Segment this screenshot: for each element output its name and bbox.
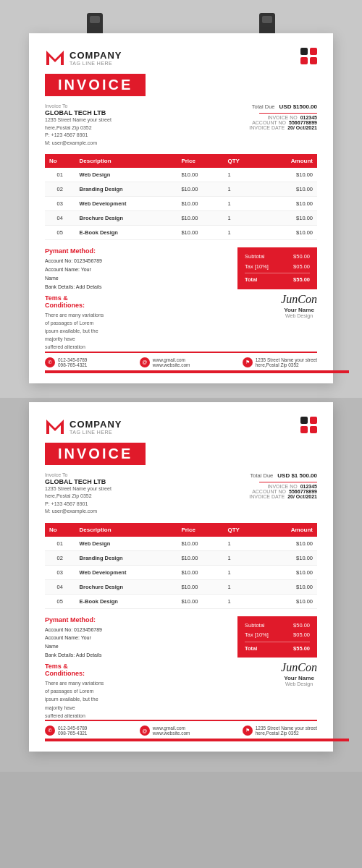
table-cell: $10.00 xyxy=(177,594,223,608)
header-decoration-2 xyxy=(300,417,317,433)
footer-phone-1: ✆ 012-345-6789 098-765-4321 xyxy=(45,357,87,367)
footer-address1-1: 1235 Street Name your street xyxy=(256,357,317,362)
footer-address-2: ⚑ 1235 Street Name your street here,Post… xyxy=(243,726,317,736)
total-value-1: $55.00 xyxy=(293,275,310,285)
company-name-2: COMPANY xyxy=(70,419,122,430)
total-value-2: $55.00 xyxy=(293,644,310,654)
table-cell: $10.00 xyxy=(261,226,317,240)
signer-name-1: Your Name xyxy=(281,307,317,313)
footer-bar-2: ✆ 012-345-6789 098-765-4321 @ www.gmail.… xyxy=(45,720,317,739)
table-cell: 1 xyxy=(223,168,261,182)
table-cell: $10.00 xyxy=(261,565,317,579)
table-cell: $10.00 xyxy=(261,211,317,226)
table-cell: $10.00 xyxy=(261,537,317,551)
invoice-date-label-2: INVOICE DATE xyxy=(249,494,285,499)
invoice-title-text-1: INVOICE xyxy=(58,77,132,93)
table-row: 01Web Design$10.001$10.00 xyxy=(45,537,317,551)
tax-row-2: Tax [10%] $05.00 xyxy=(245,630,310,640)
total-label-2: Total xyxy=(245,644,257,654)
table-header-row-1: No Description Price QTY Amount xyxy=(45,154,317,168)
phone-icon-1: ✆ xyxy=(45,357,55,367)
table-cell: $10.00 xyxy=(177,197,223,211)
invoice-no-value-1: 012345 xyxy=(300,115,317,120)
table-cell: 03 xyxy=(45,565,75,579)
footer-phone2-1: 098-765-4321 xyxy=(58,362,87,367)
invoice-no-label-1: INVOICE NO xyxy=(267,115,297,120)
terms-title-2: Tems & Conditiones: xyxy=(45,663,105,677)
email-icon-1: @ xyxy=(140,357,150,367)
total-row-1: Total $55.00 xyxy=(245,273,310,285)
subtotal-row-1: Subtotal $50.00 xyxy=(245,252,310,262)
col-header-price-1: Price xyxy=(177,154,223,168)
invoice-no-label-2: INVOICE NO xyxy=(267,484,297,489)
email-icon-2: @ xyxy=(140,726,150,736)
deco-sq-red-1 xyxy=(310,48,317,55)
account-no-value-1: 5566778899 xyxy=(289,120,317,125)
tax-value-2: $05.00 xyxy=(293,630,310,640)
deco-sq-red-3 xyxy=(310,57,317,64)
payment-account-no-1: Account No: 0123456789 xyxy=(45,257,105,265)
footer-bar-1: ✆ 012-345-6789 098-765-4321 @ www.gmail.… xyxy=(45,352,317,370)
deco-sq-black-1 xyxy=(300,48,308,55)
location-icon-2: ⚑ xyxy=(243,726,253,736)
account-no-label-1: ACCOUNT NO xyxy=(252,120,286,125)
right-bottom-2: Subtotal $50.00 Tax [10%] $05.00 Total $… xyxy=(237,616,317,687)
summary-box-2: Subtotal $50.00 Tax [10%] $05.00 Total $… xyxy=(237,616,317,658)
meta-row-invoice-no-1: INVOICE NO 012345 xyxy=(249,115,317,120)
payment-account-name-1: Account Name: Your Name xyxy=(45,265,105,283)
col-header-no-1: No xyxy=(45,154,75,168)
phone-icon-2: ✆ xyxy=(45,726,55,736)
footer-phone-texts-2: 012-345-6789 098-765-4321 xyxy=(58,726,87,736)
client-address-2: 1235 Street Name your streethere,Postal … xyxy=(45,485,111,501)
table-cell: 1 xyxy=(223,594,261,608)
table-cell: 1 xyxy=(223,211,261,226)
invoice-to-1: Invoice To GLOBAL TECH LTB 1235 Street N… xyxy=(45,103,111,147)
payment-section-2: Pymant Method: Account No: 0123456789 Ac… xyxy=(45,616,105,660)
footer-email-2: @ www.gmail.com www.website.com xyxy=(140,726,190,736)
total-label-1: Total xyxy=(245,275,257,285)
invoice-section-2: COMPANY TAG LINE HERE INVOICE Invoice To xyxy=(0,398,362,773)
red-accent-bar-1 xyxy=(45,370,349,373)
deco-sq-black-2 xyxy=(300,417,308,424)
table-cell: 1 xyxy=(223,226,261,240)
table-cell: $10.00 xyxy=(177,537,223,551)
clip-area-1 xyxy=(0,13,362,33)
table-cell: $10.00 xyxy=(177,579,223,594)
table-cell: $10.00 xyxy=(177,182,223,197)
left-bottom-2: Pymant Method: Account No: 0123456789 Ac… xyxy=(45,616,154,720)
footer-address1-2: 1235 Street Name your street xyxy=(256,726,317,731)
table-cell: $10.00 xyxy=(261,579,317,594)
table-row: 03Web Development$10.001$10.00 xyxy=(45,197,317,211)
deco-sq-red-5 xyxy=(300,426,308,433)
col-header-price-2: Price xyxy=(177,523,223,537)
table-cell: 03 xyxy=(45,197,75,211)
meta-row-invoice-date-2: INVOICE DATE 20/ Oct/2021 xyxy=(249,494,317,499)
table-cell: Brochure Design xyxy=(75,211,177,226)
logo-area-2: COMPANY TAG LINE HERE xyxy=(45,417,122,437)
subtotal-label-2: Subtotal xyxy=(245,621,265,631)
total-due-value-1: USD $1500.00 xyxy=(279,103,317,110)
invoice-date-value-2: 20/ Oct/2021 xyxy=(287,494,317,499)
signature-img-1: ЈипСоп xyxy=(281,294,317,305)
deco-sq-red-4 xyxy=(310,417,317,424)
table-row: 05E-Book Design$10.001$10.00 xyxy=(45,226,317,240)
table-cell: 1 xyxy=(223,197,261,211)
deco-squares-1 xyxy=(300,48,317,64)
table-cell: Web Development xyxy=(75,565,177,579)
table-cell: 1 xyxy=(223,565,261,579)
logo-text-group-2: COMPANY TAG LINE HERE xyxy=(70,419,122,435)
col-header-no-2: No xyxy=(45,523,75,537)
invoice-meta-1: Total Due USD $1500.00 INVOICE NO 012345… xyxy=(249,103,317,147)
invoice-date-value-1: 20/ Oct/2021 xyxy=(287,125,317,130)
footer-address-texts-2: 1235 Street Name your street here,Postal… xyxy=(256,726,317,736)
logo-area-1: COMPANY TAG LINE HERE xyxy=(45,48,122,68)
signer-name-2: Your Name xyxy=(281,675,317,681)
table-cell: $10.00 xyxy=(177,565,223,579)
payment-bank-2: Bank Details: Add Details xyxy=(45,651,105,660)
subtotal-value-2: $50.00 xyxy=(293,621,310,631)
footer-email-texts-2: www.gmail.com www.website.com xyxy=(153,726,190,736)
table-cell: $10.00 xyxy=(177,211,223,226)
table-cell: 02 xyxy=(45,182,75,197)
invoice-title-bar-2: INVOICE xyxy=(45,443,146,465)
table-cell: $10.00 xyxy=(261,182,317,197)
